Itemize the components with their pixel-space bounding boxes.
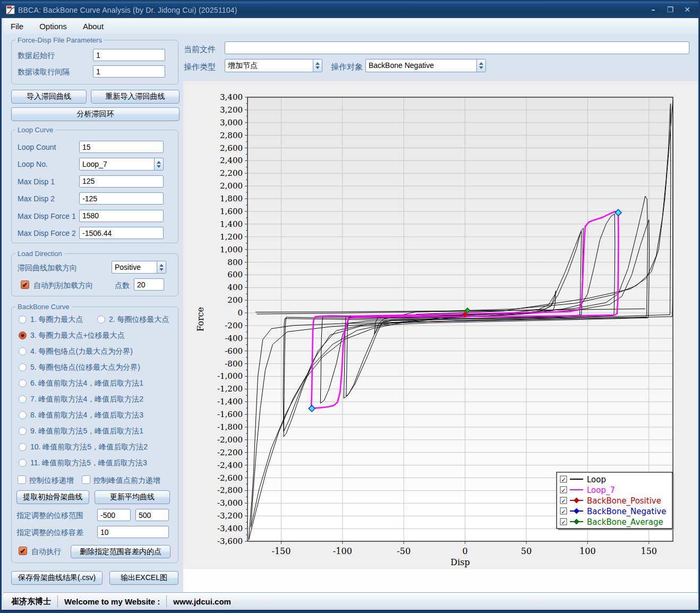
backbone-method-label-11: 11. 峰值前取方法5，峰值后取方法3 xyxy=(30,458,147,468)
svg-text:-1,200: -1,200 xyxy=(217,384,243,394)
loop-no-value: Loop_7 xyxy=(82,160,107,168)
close-button[interactable]: ✕ xyxy=(681,4,693,15)
backbone-method-label-3: 3. 每圈力最大点+位移最大点 xyxy=(30,331,125,340)
spinner-arrows-icon[interactable] xyxy=(154,158,163,170)
title-bar: BBCA: BackBone Curve Analysis (by Dr. Ji… xyxy=(2,2,698,18)
backbone-method-radio-10[interactable] xyxy=(19,443,27,451)
status-separator xyxy=(57,595,58,607)
svg-text:150: 150 xyxy=(641,546,657,556)
backbone-method-radio-5[interactable] xyxy=(19,363,27,371)
svg-text:Disp: Disp xyxy=(450,557,469,567)
maximize-button[interactable]: ❐ xyxy=(664,4,676,15)
control-disp-increase-checkbox[interactable] xyxy=(18,475,26,484)
spinner-arrows-icon[interactable] xyxy=(476,59,485,72)
control-force-increase-checkbox[interactable] xyxy=(82,475,90,484)
backbone-method-label-4: 4. 每圈包络点(力最大点为分界) xyxy=(30,347,133,356)
app-window: BBCA: BackBone Curve Analysis (by Dr. Ji… xyxy=(0,0,700,613)
svg-text:400: 400 xyxy=(227,283,243,292)
menu-options[interactable]: Options xyxy=(37,20,73,33)
svg-text:2,800: 2,800 xyxy=(220,131,243,140)
svg-text:0: 0 xyxy=(463,546,468,556)
spinner-arrows-icon[interactable] xyxy=(313,59,322,72)
loop-no-spinner[interactable]: Loop_7 xyxy=(79,158,164,171)
menu-about[interactable]: About xyxy=(81,20,110,33)
backbone-method-radio-4[interactable] xyxy=(19,347,27,355)
svg-text:-1,400: -1,400 xyxy=(217,397,243,406)
loop-field-label: Max Disp 2 xyxy=(18,194,55,203)
backbone-method-radio-9[interactable] xyxy=(19,427,27,435)
svg-text:-2,000: -2,000 xyxy=(217,435,243,445)
export-excel-button[interactable]: 输出EXCEL图 xyxy=(109,571,178,585)
loop-field-input[interactable] xyxy=(79,210,164,222)
data-start-row-label: 数据起始行 xyxy=(18,51,55,61)
backbone-method-label-5: 5. 每圈包络点(位移最大点为分界) xyxy=(30,363,140,372)
op-type-spinner[interactable]: 增加节点 xyxy=(225,59,322,72)
analyze-loops-button[interactable]: 分析滞回环 xyxy=(11,107,180,121)
auto-direction-checkbox[interactable]: ✔ xyxy=(21,280,29,289)
spinner-arrows-icon[interactable] xyxy=(157,261,166,273)
current-file-input[interactable] xyxy=(225,41,689,54)
svg-text:2,600: 2,600 xyxy=(220,143,243,153)
op-target-label: 操作对象 xyxy=(331,62,363,72)
force-disp-chart[interactable]: -3,600-3,400-3,200-3,000-2,800-2,600-2,4… xyxy=(183,81,697,569)
svg-text:-2,600: -2,600 xyxy=(217,473,243,483)
svg-text:-3,000: -3,000 xyxy=(217,498,243,508)
delete-points-button[interactable]: 删除指定范围容差内的点 xyxy=(71,545,170,558)
loop-field-label: Max Disp Force 2 xyxy=(18,229,76,237)
tolerance-input[interactable] xyxy=(97,526,169,538)
svg-text:✓: ✓ xyxy=(561,487,566,494)
group-title: BackBone Curve xyxy=(15,303,72,311)
reimport-curve-button[interactable]: 重新导入滞回曲线 xyxy=(91,90,180,104)
extract-backbone-button[interactable]: 提取初始骨架曲线 xyxy=(16,490,89,504)
menu-bar: File Options About xyxy=(3,18,700,34)
backbone-method-radio-11[interactable] xyxy=(19,459,27,467)
backbone-method-radio-1[interactable] xyxy=(19,316,27,323)
status-website-link[interactable]: www.jdcui.com xyxy=(173,597,231,606)
svg-text:1,600: 1,600 xyxy=(220,207,243,216)
svg-text:-200: -200 xyxy=(225,321,243,330)
svg-text:-1,600: -1,600 xyxy=(217,410,243,419)
loop-field-input[interactable] xyxy=(79,175,164,188)
svg-text:BackBone_Negative: BackBone_Negative xyxy=(587,507,666,517)
svg-text:✓: ✓ xyxy=(561,508,566,515)
group-title: Load Direction xyxy=(15,250,64,258)
update-average-button[interactable]: 更新平均曲线 xyxy=(95,490,170,504)
chart-panel[interactable]: -3,600-3,400-3,200-3,000-2,800-2,600-2,4… xyxy=(183,81,697,569)
backbone-method-radio-6[interactable] xyxy=(19,379,27,387)
backbone-method-label-7: 7. 峰值前取方法4，峰值后取方法2 xyxy=(30,395,143,404)
import-curve-button[interactable]: 导入滞回曲线 xyxy=(11,90,87,104)
svg-text:1,200: 1,200 xyxy=(220,232,243,242)
loop-field-input[interactable] xyxy=(79,192,164,205)
loop-field-input[interactable] xyxy=(79,227,164,239)
range-min-input[interactable] xyxy=(97,509,131,521)
backbone-method-radio-8[interactable] xyxy=(19,411,27,419)
points-count-input[interactable] xyxy=(134,278,164,291)
op-target-spinner[interactable]: BackBone Negative xyxy=(365,59,486,72)
range-max-input[interactable] xyxy=(135,509,169,521)
menu-file[interactable]: File xyxy=(8,20,30,33)
group-force-disp-params xyxy=(11,40,178,84)
svg-text:200: 200 xyxy=(227,295,243,305)
op-type-value: 增加节点 xyxy=(228,61,258,71)
load-direction-spinner[interactable]: Positive xyxy=(112,261,166,274)
backbone-method-radio-2[interactable] xyxy=(97,316,105,323)
svg-text:-2,200: -2,200 xyxy=(217,448,243,457)
adjust-range-label: 指定调整的位移范围 xyxy=(16,511,83,521)
backbone-method-label-8: 8. 峰值前取方法4，峰值后取方法3 xyxy=(30,411,143,420)
backbone-method-radio-7[interactable] xyxy=(19,395,27,403)
status-author: 崔济东博士 xyxy=(11,597,51,607)
loop-field-input[interactable] xyxy=(79,141,164,153)
backbone-method-radio-3[interactable] xyxy=(19,331,27,339)
load-direction-value: Positive xyxy=(115,263,141,271)
points-count-label: 点数 xyxy=(115,281,130,291)
save-csv-button[interactable]: 保存骨架曲线结果(.csv) xyxy=(11,571,103,585)
auto-execute-checkbox[interactable]: ✔ xyxy=(19,547,27,555)
data-interval-input[interactable] xyxy=(93,65,165,78)
svg-text:600: 600 xyxy=(227,270,243,279)
svg-text:2,400: 2,400 xyxy=(220,156,243,165)
minimize-button[interactable]: – xyxy=(647,4,659,15)
loop-field-label: Max Disp 1 xyxy=(18,177,55,186)
svg-text:100: 100 xyxy=(579,546,596,556)
data-start-row-input[interactable] xyxy=(93,49,165,61)
op-target-value: BackBone Negative xyxy=(369,61,434,70)
